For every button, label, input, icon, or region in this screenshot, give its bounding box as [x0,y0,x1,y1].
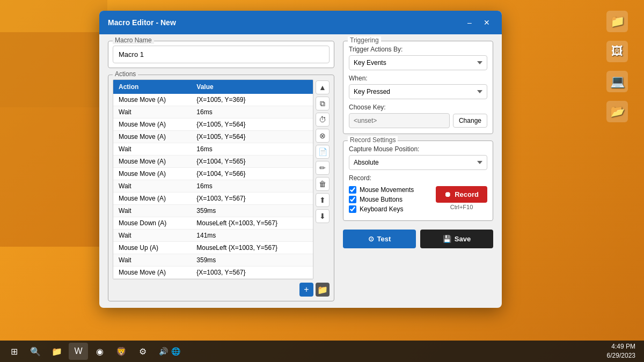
action-cell: Mouse Up (A) [113,242,191,254]
test-icon: ⊙ [368,235,374,243]
record-settings-section: Record Settings Capture Mouse Position: … [343,141,493,221]
triggering-label: Triggering [348,36,381,44]
actions-scroll[interactable]: Action Value Mouse Move (A) {X=1005, Y=3… [113,80,313,279]
checkbox-mouse-movements[interactable] [349,186,356,194]
record-button[interactable]: ⏺ Record [436,186,487,203]
taskbar-app[interactable]: ⚙ [133,343,152,360]
table-row[interactable]: Wait 141ms [113,230,313,242]
move-up-button[interactable]: ▲ [316,80,330,94]
value-cell: 16ms [191,106,313,119]
save-button[interactable]: 💾 Save [420,230,493,248]
add-action-button[interactable]: + [299,283,313,297]
desktop-icons: 📁 🖼 💻 📂 [601,11,633,122]
record-btn-wrap: ⏺ Record Ctrl+F10 [436,186,487,210]
macro-name-group: Macro Name [108,41,334,68]
action-cell: Wait [113,205,191,217]
col-action: Action [113,80,191,94]
value-cell: 359ms [191,254,313,267]
table-row[interactable]: Wait 16ms [113,143,313,156]
record-btn-label: Record [455,190,479,198]
checkbox-keyboard-keys[interactable] [349,205,356,213]
desktop-icon-img-1: 📁 [606,11,628,32]
action-cell: Mouse Move (A) [113,119,191,131]
actions-table-wrap: Action Value Mouse Move (A) {X=1005, Y=3… [113,79,313,279]
scroll-up-button[interactable]: ⬆ [316,193,330,207]
value-cell: {X=1003, Y=567} [191,267,313,279]
choose-key-row: Choose Key: <unset> Change [349,104,487,128]
actions-container: Action Value Mouse Move (A) {X=1005, Y=3… [113,79,330,279]
table-row[interactable]: Mouse Move (A) {X=1004, Y=566} [113,168,313,180]
edit-button[interactable]: ✏ [316,161,330,175]
value-cell: {X=1004, Y=565} [191,156,313,168]
desktop-icon-3[interactable]: 💻 [601,71,633,92]
minimize-button[interactable]: – [463,16,476,29]
table-row[interactable]: Wait 359ms [113,205,313,217]
table-row[interactable]: Mouse Move (A) {X=1005, Y=564} [113,119,313,131]
value-cell: {X=1005, Y=564} [191,119,313,131]
table-row[interactable]: Mouse Move (A) {X=1005, Y=564} [113,131,313,143]
table-row[interactable]: Mouse Down (A) MouseLeft {X=1003, Y=567} [113,217,313,230]
value-cell: {X=1004, Y=566} [191,168,313,180]
copy-button[interactable]: ⧉ [316,97,330,110]
record-settings-label: Record Settings [348,136,398,144]
capture-mouse-select[interactable]: Absolute Relative Relative to Window [349,155,487,170]
change-key-button[interactable]: Change [453,114,487,128]
when-row: When: Key Pressed Key Released Key Down [349,75,487,99]
table-row[interactable]: Wait 16ms [113,106,313,119]
desktop-icon-img-4: 📂 [606,101,628,122]
table-row[interactable]: Mouse Move (A) {X=1004, Y=565} [113,156,313,168]
when-select[interactable]: Key Pressed Key Released Key Down [349,84,487,99]
taskbar-word[interactable]: W [69,343,88,360]
add-folder-button[interactable]: 📁 [316,283,330,297]
record-checkboxes: Mouse Movements Mouse Buttons Keyboard K… [349,186,431,215]
actions-label: Actions [113,70,138,78]
action-cell: Mouse Move (A) [113,131,191,143]
triggering-section: Triggering Trigger Actions By: Key Event… [343,41,493,134]
file-button[interactable]: 📄 [316,145,330,159]
left-panel: Macro Name Actions Action Value [108,41,334,301]
action-cell: Mouse Move (A) [113,267,191,279]
macro-name-input[interactable] [113,46,330,63]
desktop-icon-2[interactable]: 🖼 [601,41,633,62]
table-row[interactable]: Mouse Move (A) {X=1005, Y=369} [113,94,313,106]
record-row: Record: Mouse Movements Mouse Buttons [349,174,487,215]
taskbar-brave[interactable]: 🦁 [112,343,131,360]
delete-circle-button[interactable]: ⊗ [316,129,330,143]
checkbox-movements-label: Mouse Movements [360,186,414,194]
modal-title: Macro Editor - New [108,18,176,27]
taskbar-files[interactable]: 📁 [47,343,67,360]
value-cell: 141ms [191,230,313,242]
macro-name-label: Macro Name [113,36,154,44]
table-row[interactable]: Mouse Up (A) MouseLeft {X=1003, Y=567} [113,242,313,254]
start-button[interactable]: ⊞ [4,343,24,360]
taskbar-chrome[interactable]: ◉ [90,343,109,360]
actions-group: Actions Action Value [108,75,334,301]
capture-mouse-row: Capture Mouse Position: Absolute Relativ… [349,145,487,170]
close-button[interactable]: ✕ [480,16,493,29]
table-row[interactable]: Wait 359ms [113,254,313,267]
table-header-row: Action Value [113,80,313,94]
test-button[interactable]: ⊙ Test [343,230,416,248]
table-row[interactable]: Wait 16ms [113,180,313,193]
desktop-icon-1[interactable]: 📁 [601,11,633,32]
record-icon: ⏺ [444,190,451,198]
desktop-icon-img-3: 💻 [606,71,628,92]
trigger-actions-select[interactable]: Key Events Mouse Events Window Events [349,55,487,70]
date-display: 6/29/2023 [607,351,635,360]
table-row[interactable]: Mouse Move (A) {X=1003, Y=567} [113,193,313,205]
value-cell: {X=1003, Y=567} [191,193,313,205]
taskbar-search[interactable]: 🔍 [26,343,45,360]
timer-button[interactable]: ⏱ [316,113,330,127]
trigger-actions-label: Trigger Actions By: [349,46,487,53]
scroll-down-button[interactable]: ⬇ [316,209,330,223]
trash-button[interactable]: 🗑 [316,177,330,191]
checkbox-mouse-buttons[interactable] [349,196,356,203]
checkbox-keyboard-label: Keyboard Keys [360,205,403,213]
desktop-icon-4[interactable]: 📂 [601,101,633,122]
record-controls-row: Mouse Movements Mouse Buttons Keyboard K… [349,186,487,215]
table-row[interactable]: Mouse Move (A) {X=1003, Y=567} [113,267,313,279]
value-cell: {X=1005, Y=564} [191,131,313,143]
value-cell: MouseLeft {X=1003, Y=567} [191,217,313,230]
tray-icon-1: 🔊 [159,347,168,356]
trigger-actions-row: Trigger Actions By: Key Events Mouse Eve… [349,46,487,70]
